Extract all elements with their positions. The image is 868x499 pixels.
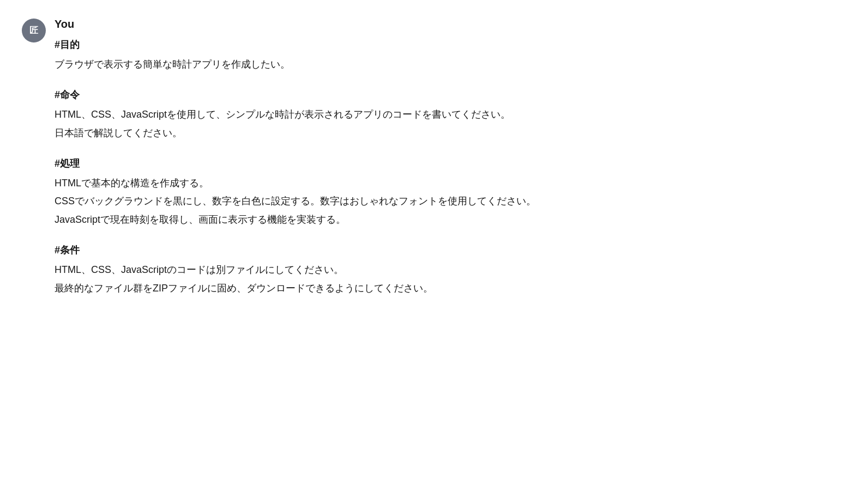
section-joken: #条件 HTML、CSS、JavaScriptのコードは別ファイルにしてください… — [55, 242, 785, 298]
section-line: HTML、CSS、JavaScriptのコードは別ファイルにしてください。 — [55, 261, 785, 279]
section-line: JavaScriptで現在時刻を取得し、画面に表示する機能を実装する。 — [55, 211, 785, 229]
message-content: You #目的 ブラウザで表示する簡単な時計アプリを作成したい。 #命令 HTM… — [55, 16, 785, 311]
section-heading-joken: #条件 — [55, 242, 785, 258]
section-heading-mokuteki: #目的 — [55, 37, 785, 53]
section-line: 日本語で解説してください。 — [55, 125, 785, 142]
section-body-shori: HTMLで基本的な構造を作成する。 CSSでバックグラウンドを黒にし、数字を白色… — [55, 175, 785, 229]
section-line: CSSでバックグラウンドを黒にし、数字を白色に設定する。数字はおしゃれなフォント… — [55, 193, 785, 210]
section-shori: #処理 HTMLで基本的な構造を作成する。 CSSでバックグラウンドを黒にし、数… — [55, 156, 785, 229]
section-line: HTMLで基本的な構造を作成する。 — [55, 175, 785, 192]
section-heading-meirei: #命令 — [55, 87, 785, 103]
section-line: 最終的なファイル群をZIPファイルに固め、ダウンロードできるようにしてください。 — [55, 280, 785, 297]
section-body-mokuteki: ブラウザで表示する簡単な時計アプリを作成したい。 — [55, 56, 785, 74]
section-line: ブラウザで表示する簡単な時計アプリを作成したい。 — [55, 56, 785, 74]
section-mokuteki: #目的 ブラウザで表示する簡単な時計アプリを作成したい。 — [55, 37, 785, 74]
avatar: 匠 — [22, 19, 46, 42]
message-container: 匠 You #目的 ブラウザで表示する簡単な時計アプリを作成したい。 #命令 H… — [22, 16, 785, 311]
section-body-meirei: HTML、CSS、JavaScriptを使用して、シンプルな時計が表示されるアプ… — [55, 106, 785, 142]
section-line: HTML、CSS、JavaScriptを使用して、シンプルな時計が表示されるアプ… — [55, 106, 785, 124]
username: You — [55, 16, 785, 32]
section-heading-shori: #処理 — [55, 156, 785, 172]
section-body-joken: HTML、CSS、JavaScriptのコードは別ファイルにしてください。 最終… — [55, 261, 785, 297]
section-meirei: #命令 HTML、CSS、JavaScriptを使用して、シンプルな時計が表示さ… — [55, 87, 785, 143]
